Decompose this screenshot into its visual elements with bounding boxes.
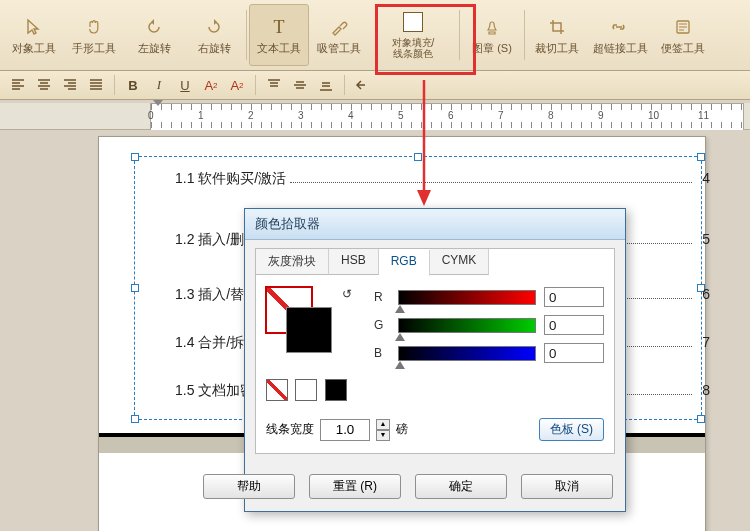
palette-button[interactable]: 色板 (S) xyxy=(539,418,604,441)
format-toolbar: B I U A2 A2 xyxy=(0,71,750,100)
ruler-number: 5 xyxy=(398,110,404,121)
ok-button[interactable]: 确定 xyxy=(415,474,507,499)
ruler-number: 2 xyxy=(248,110,254,121)
hand-icon xyxy=(85,16,103,38)
selection-handle[interactable] xyxy=(131,284,139,292)
tool-label: 文本工具 xyxy=(257,42,301,54)
toc-label: 1.1 软件购买/激活 xyxy=(175,170,286,188)
crop-icon xyxy=(548,16,566,38)
slider-b[interactable] xyxy=(398,346,536,361)
slider-r[interactable] xyxy=(398,290,536,305)
fill-stroke-tool[interactable]: 对象填充/线条颜色 xyxy=(369,4,457,66)
ruler-number: 7 xyxy=(498,110,504,121)
tool-label: 左旋转 xyxy=(138,42,171,54)
line-width-down[interactable]: ▼ xyxy=(376,430,390,441)
preset-none[interactable] xyxy=(266,379,288,401)
ruler-number: 11 xyxy=(698,110,709,121)
valign-top-button[interactable] xyxy=(262,73,286,97)
tool-label: 超链接工具 xyxy=(593,42,648,54)
align-left-button[interactable] xyxy=(6,73,30,97)
hand-tool[interactable]: 手形工具 xyxy=(64,4,124,66)
toc-label: 1.4 合并/拆 xyxy=(175,334,244,352)
rotate-right-tool[interactable]: 右旋转 xyxy=(184,4,244,66)
note-icon xyxy=(674,16,692,38)
ruler-number: 1 xyxy=(198,110,204,121)
text-tool[interactable]: T 文本工具 xyxy=(249,4,309,66)
line-width-unit: 磅 xyxy=(396,421,408,438)
toc-label: 1.2 插入/删 xyxy=(175,231,244,249)
preset-white[interactable] xyxy=(295,379,317,401)
preset-black[interactable] xyxy=(325,379,347,401)
signature-tool[interactable]: 便签工具 xyxy=(653,4,713,66)
color-picker-dialog: 颜色拾取器 灰度滑块 HSB RGB CYMK ↺ xyxy=(244,208,626,512)
ruler-number: 9 xyxy=(598,110,604,121)
channel-label-b: B xyxy=(374,346,390,360)
subscript-button[interactable]: A2 xyxy=(225,73,249,97)
ruler-number: 10 xyxy=(648,110,659,121)
line-width-label: 线条宽度 xyxy=(266,421,314,438)
eyedropper-icon xyxy=(330,16,348,38)
selection-handle[interactable] xyxy=(414,153,422,161)
underline-button[interactable]: U xyxy=(173,73,197,97)
superscript-button[interactable]: A2 xyxy=(199,73,223,97)
text-icon: T xyxy=(269,16,289,38)
slider-g[interactable] xyxy=(398,318,536,333)
fill-swatch[interactable] xyxy=(286,307,332,353)
tool-label: 吸管工具 xyxy=(317,42,361,54)
ruler-number: 4 xyxy=(348,110,354,121)
align-center-button[interactable] xyxy=(32,73,56,97)
fill-icon xyxy=(403,11,423,33)
document-area: 1.1 软件购买/激活4 1.2 插入/删5 1.3 插入/替6 1.4 合并/… xyxy=(0,130,750,531)
rotate-left-tool[interactable]: 左旋转 xyxy=(124,4,184,66)
crop-tool[interactable]: 裁切工具 xyxy=(527,4,587,66)
eyedropper-tool[interactable]: 吸管工具 xyxy=(309,4,369,66)
value-r[interactable] xyxy=(544,287,604,307)
italic-button[interactable]: I xyxy=(147,73,171,97)
rotate-right-icon xyxy=(205,16,223,38)
hyperlink-tool[interactable]: 超链接工具 xyxy=(587,4,653,66)
tool-label: 手形工具 xyxy=(72,42,116,54)
tab-rgb[interactable]: RGB xyxy=(379,250,430,276)
cancel-button[interactable]: 取消 xyxy=(521,474,613,499)
dialog-title: 颜色拾取器 xyxy=(245,209,625,240)
selection-handle[interactable] xyxy=(697,415,705,423)
value-b[interactable] xyxy=(544,343,604,363)
main-toolbar: 对象工具 手形工具 左旋转 右旋转 T 文本工具 吸管工具 对象填充/线条颜色 xyxy=(0,0,750,71)
value-g[interactable] xyxy=(544,315,604,335)
bold-button[interactable]: B xyxy=(121,73,145,97)
color-mode-tabs: 灰度滑块 HSB RGB CYMK xyxy=(255,248,615,275)
tool-label: 右旋转 xyxy=(198,42,231,54)
stamp-tool[interactable]: 图章 (S) xyxy=(462,4,522,66)
link-icon xyxy=(610,16,630,38)
line-width-input[interactable] xyxy=(320,419,370,441)
selection-handle[interactable] xyxy=(697,153,705,161)
tool-label: 对象工具 xyxy=(12,42,56,54)
tab-grayscale[interactable]: 灰度滑块 xyxy=(256,249,329,275)
line-width-up[interactable]: ▲ xyxy=(376,419,390,430)
select-tool[interactable]: 对象工具 xyxy=(4,4,64,66)
ruler-number: 0 xyxy=(148,110,154,121)
toc-page: 8 xyxy=(696,382,710,398)
help-button[interactable]: 帮助 xyxy=(203,474,295,499)
cursor-icon xyxy=(25,16,43,38)
selection-handle[interactable] xyxy=(131,415,139,423)
reset-button[interactable]: 重置 (R) xyxy=(309,474,401,499)
toc-page: 5 xyxy=(696,231,710,247)
tool-label: 便签工具 xyxy=(661,42,705,54)
tab-hsb[interactable]: HSB xyxy=(329,249,379,275)
horizontal-ruler[interactable]: 01234567891011 xyxy=(150,103,744,131)
toc-label: 1.3 插入/替 xyxy=(175,286,244,304)
align-right-button[interactable] xyxy=(58,73,82,97)
undo-button[interactable] xyxy=(351,73,375,97)
tab-cmyk[interactable]: CYMK xyxy=(430,249,490,275)
align-justify-button[interactable] xyxy=(84,73,108,97)
tool-label: 裁切工具 xyxy=(535,42,579,54)
valign-middle-button[interactable] xyxy=(288,73,312,97)
swap-colors-button[interactable]: ↺ xyxy=(338,287,356,301)
rgb-panel: ↺ R G xyxy=(255,275,615,454)
ruler-number: 8 xyxy=(548,110,554,121)
ruler-number: 6 xyxy=(448,110,454,121)
toc-page: 6 xyxy=(696,286,710,302)
valign-bottom-button[interactable] xyxy=(314,73,338,97)
selection-handle[interactable] xyxy=(131,153,139,161)
